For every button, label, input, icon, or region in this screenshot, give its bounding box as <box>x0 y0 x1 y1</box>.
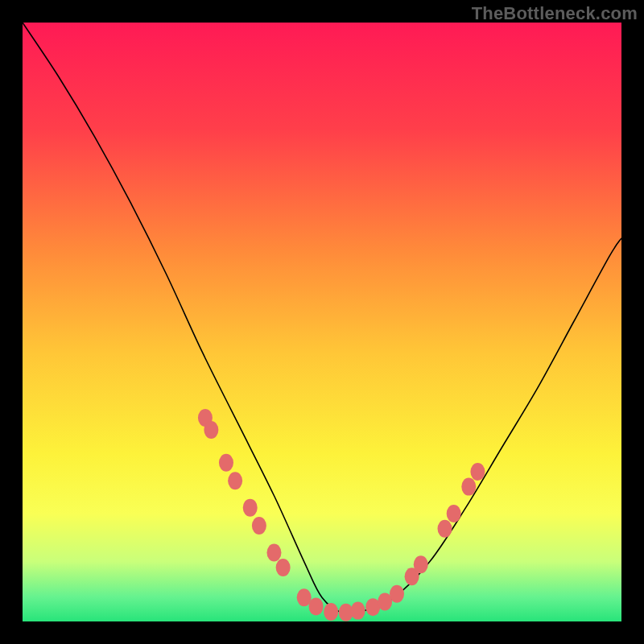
marker-left-7 <box>266 543 281 561</box>
marker-right-3 <box>438 520 452 538</box>
marker-left-5 <box>243 499 258 517</box>
marker-left-3 <box>219 454 233 472</box>
marker-left-4 <box>228 472 242 489</box>
marker-bottom-2 <box>309 597 324 615</box>
marker-right-6 <box>470 463 485 481</box>
marker-bottom-8 <box>390 585 404 603</box>
marker-bottom-5 <box>351 602 365 620</box>
chart-frame <box>23 23 621 621</box>
marker-right-2 <box>414 555 428 573</box>
marker-left-8 <box>276 559 291 576</box>
marker-right-4 <box>447 505 461 522</box>
marker-right-5 <box>461 478 476 496</box>
marker-left-6 <box>252 517 266 535</box>
marker-bottom-1 <box>297 588 312 606</box>
watermark-text: TheBottleneck.com <box>472 3 638 24</box>
marker-bottom-3 <box>324 603 338 621</box>
gradient-background <box>23 23 621 621</box>
chart-plot <box>23 23 621 621</box>
marker-left-2 <box>204 421 218 439</box>
